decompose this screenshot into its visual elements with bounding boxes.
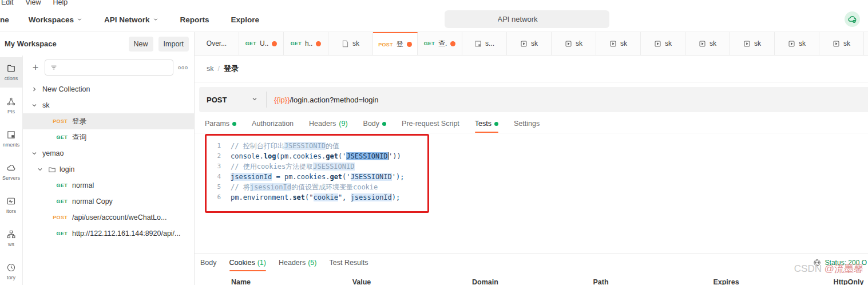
tab-label: sk <box>843 39 850 48</box>
nav-explore[interactable]: Explore <box>231 15 260 24</box>
nav-reports[interactable]: Reports <box>180 15 209 24</box>
tree-api-user-account-wechatlo[interactable]: POST/api/user/account/weChatLo... <box>23 209 194 225</box>
tab-sk-8[interactable]: sk <box>552 32 596 55</box>
rail-monitors[interactable]: itors <box>0 190 22 220</box>
request-tab-params[interactable]: Params <box>205 120 236 133</box>
search-bar[interactable] <box>445 10 609 28</box>
tab-label: sk <box>754 39 761 48</box>
more-options-icon[interactable]: ooo <box>178 65 188 70</box>
new-button[interactable]: New <box>129 37 153 52</box>
line-number: 1 <box>211 141 221 151</box>
request-tab-authorization[interactable]: Authorization <box>252 120 294 133</box>
play-icon <box>833 40 840 48</box>
rail-environments[interactable]: nments <box>0 124 22 154</box>
tab-sk-14[interactable]: sk <box>819 32 864 55</box>
rail-flows[interactable]: ws <box>0 223 22 254</box>
tree-normal-copy[interactable]: GETnormal Copy <box>23 193 194 209</box>
tests-script-editor[interactable]: 1// 控制台打印出JSESSIONID的值2console.log(pm.co… <box>195 133 868 219</box>
tree-new-collection[interactable]: New Collection <box>23 81 194 97</box>
chevron-down-icon <box>31 102 38 109</box>
play-icon <box>654 40 661 48</box>
response-tab-test-results[interactable]: Test Results <box>329 259 368 271</box>
column-header-name: Name <box>231 278 251 285</box>
tab-u-1[interactable]: GETU.. <box>239 32 284 55</box>
cloud-status-button[interactable] <box>845 11 860 27</box>
method-badge: POST <box>48 118 68 124</box>
request-tab-pre-request-script[interactable]: Pre-request Script <box>402 120 459 133</box>
line-number: 2 <box>211 151 221 161</box>
tab-sk-10[interactable]: sk <box>641 32 685 55</box>
tree-item-label: /api/user/account/weChatLo... <box>72 213 167 221</box>
tab-sk-12[interactable]: sk <box>730 32 775 55</box>
menu-view[interactable]: View <box>26 0 41 6</box>
request-tab-headers[interactable]: Headers(9) <box>309 120 348 133</box>
tree-item-label: http://122.112.161.144:8920/api/... <box>72 229 181 238</box>
url-input[interactable]: {{ip}}/login.action?method=login <box>267 96 868 104</box>
menu-help[interactable]: Help <box>53 0 68 6</box>
tab-sk-11[interactable]: sk <box>685 32 730 55</box>
modified-dot <box>232 122 236 126</box>
tree-login[interactable]: login <box>23 161 194 177</box>
rail-apis[interactable]: PIs <box>0 90 22 121</box>
nav-home[interactable]: ne <box>0 15 9 24</box>
tree-item-label: normal Copy <box>72 197 113 205</box>
method-select[interactable]: POST <box>199 94 266 105</box>
code-segment: cookie <box>314 193 338 201</box>
rail-mock-servers[interactable]: Servers <box>0 157 22 187</box>
line-content: // 将jsessionId的值设置成环境变量cookie <box>231 182 378 192</box>
column-header-value: Value <box>352 278 371 285</box>
tab-查-5[interactable]: GET查. <box>418 32 462 55</box>
line-content: // 使用cookies方法提取JSESSIONID <box>231 161 355 172</box>
rail-collections[interactable]: ctions <box>0 57 22 88</box>
nav-workspaces[interactable]: Workspaces <box>29 15 82 24</box>
response-tab-label: Cookies <box>229 259 255 267</box>
filter-collections-input[interactable] <box>61 64 168 72</box>
play-icon <box>609 40 617 48</box>
code-line-3: 3// 使用cookies方法提取JSESSIONID <box>211 161 404 172</box>
line-number: 4 <box>211 172 221 182</box>
request-tab-label: Pre-request Script <box>402 120 459 128</box>
tab-h-2[interactable]: GETh.. <box>284 32 328 55</box>
tree-http-122-112-161-144-8920-ap[interactable]: GEThttp://122.112.161.144:8920/api/... <box>23 225 194 242</box>
filter-collections-box[interactable] <box>45 60 173 76</box>
tab-登-4[interactable]: POST登 <box>373 32 418 56</box>
add-collection-button[interactable]: + <box>29 62 42 74</box>
response-tab-count: (1) <box>257 259 266 267</box>
response-tab-headers[interactable]: Headers(5) <box>279 259 317 271</box>
code-segment: set <box>292 193 305 201</box>
tab-sk-13[interactable]: sk <box>775 32 819 55</box>
tab-sk-3[interactable]: sk <box>328 32 373 55</box>
tab-s-6[interactable]: s... <box>462 32 507 55</box>
request-tab-settings[interactable]: Settings <box>514 120 540 133</box>
tree-item-label: 登录 <box>72 117 86 126</box>
response-tab-body[interactable]: Body <box>200 259 217 271</box>
search-input[interactable] <box>498 15 561 23</box>
request-tab-tests[interactable]: Tests <box>475 120 498 133</box>
method-label: POST <box>207 96 251 104</box>
tree-sk[interactable]: sk <box>23 97 194 113</box>
filter-icon <box>50 64 58 72</box>
import-button[interactable]: Import <box>158 37 189 52</box>
workspace-title[interactable]: My Workspace <box>5 39 129 48</box>
breadcrumb-request-name: 登录 <box>224 64 239 74</box>
tab-sk-7[interactable]: sk <box>507 32 552 55</box>
tree-查询[interactable]: GET查询 <box>23 129 194 145</box>
tree-normal[interactable]: GETnormal <box>23 177 194 193</box>
tab-over-0[interactable]: Over... <box>195 32 239 55</box>
tab-label: sk <box>531 39 538 48</box>
request-tab-body[interactable]: Body <box>363 120 387 133</box>
breadcrumb-collection[interactable]: sk <box>207 65 214 73</box>
nav-api-network[interactable]: API Network <box>104 15 158 24</box>
tab-sk-9[interactable]: sk <box>596 32 641 55</box>
menu-edit[interactable]: Edit <box>1 0 14 6</box>
chevron-down-icon <box>37 166 43 173</box>
response-tab-cookies[interactable]: Cookies(1) <box>229 259 266 271</box>
play-icon <box>520 40 528 48</box>
code-line-5: 5// 将jsessionId的值设置成环境变量cookie <box>211 182 404 192</box>
tree-登录[interactable]: POST登录 <box>23 113 194 129</box>
tree-yemao[interactable]: yemao <box>23 145 194 161</box>
request-tab-label: Tests <box>475 120 492 128</box>
tab-label: s... <box>485 39 494 48</box>
request-tab-label: Authorization <box>252 120 294 128</box>
rail-history[interactable]: tory <box>0 256 22 285</box>
